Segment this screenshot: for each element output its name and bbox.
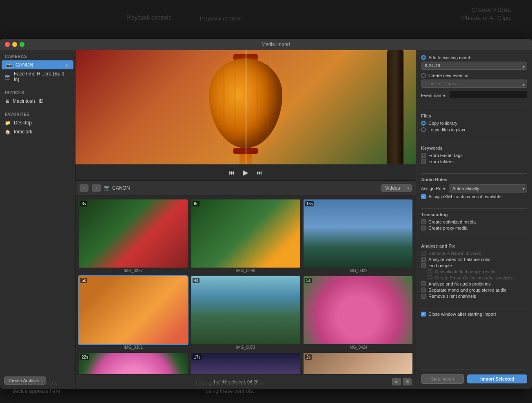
list-item[interactable]: 15s IMG_0322: [304, 199, 412, 273]
sidebar-item-desktop[interactable]: 📁 Desktop: [0, 118, 75, 127]
home-icon: 🏠: [5, 129, 11, 135]
find-people-checkbox[interactable]: [421, 263, 426, 268]
skip-to-end-button[interactable]: ⏭: [257, 169, 262, 176]
sidebar-item-tomclark[interactable]: 🏠 tomclark: [0, 127, 75, 136]
thumbnail-img-0873[interactable]: 4s: [191, 276, 300, 344]
remove-pulldown-checkbox[interactable]: [421, 251, 426, 256]
assign-role-dropdown-wrapper: Automatically Dialog Music Effects: [449, 184, 527, 193]
sidebar-item-canon[interactable]: 📷 CANON ⏏: [2, 60, 73, 69]
event-date-select[interactable]: 8-24-16: [421, 62, 527, 70]
thumbnail-grid: 3s IMG_0297 6s IMG_0298 15s IMG_0322: [75, 195, 416, 374]
breadcrumb-label: CANON: [112, 185, 130, 191]
traffic-lights: [5, 42, 24, 47]
from-folders-label: From folders: [428, 159, 454, 164]
main-window: Media Import CAMERAS 📷 CANON ⏏ 📷 FaceTim…: [0, 39, 532, 389]
assign-ixml-checkbox[interactable]: [421, 194, 426, 199]
close-window-checkbox[interactable]: [421, 312, 426, 317]
eject-icon: ⏏: [65, 63, 69, 67]
import-buttons: Stop Import Import Selected: [421, 370, 527, 384]
add-to-event-radio[interactable]: [421, 55, 426, 60]
create-optimized-checkbox[interactable]: [421, 219, 426, 224]
thumbnail-img-0424[interactable]: 5s: [304, 276, 412, 344]
thumbnail-img-0322[interactable]: 15s: [304, 199, 412, 268]
sidebar-item-label-tomclark: tomclark: [14, 129, 32, 135]
videos-filter-select[interactable]: Videos Photos All Clips: [381, 184, 412, 192]
thumbnail-img-0298[interactable]: 6s: [191, 199, 300, 268]
camera-icon: 📷: [7, 62, 12, 68]
list-item[interactable]: 22s IMG_0453: [79, 353, 188, 374]
leave-in-place-radio[interactable]: [421, 127, 426, 132]
remove-silent-checkbox[interactable]: [421, 294, 426, 299]
assign-role-select[interactable]: Automatically Dialog Music Effects: [449, 184, 527, 193]
facetime-camera-icon: 📷: [5, 74, 11, 80]
close-window-label: Close window after starting import: [428, 312, 496, 317]
drive-icon: 🖥: [5, 99, 9, 104]
thumbnail-img-0829[interactable]: 2s: [304, 353, 412, 374]
right-panel: Add to existing event: 8-24-16 Create ne…: [416, 50, 532, 389]
from-folders-checkbox[interactable]: [421, 159, 426, 164]
assign-role-row: Assign Role: Automatically Dialog Music …: [421, 184, 527, 193]
event-name-input[interactable]: [450, 91, 527, 98]
remove-silent-row: Remove silent channels: [421, 294, 527, 299]
cameras-section-label: CAMERAS: [0, 50, 75, 60]
close-button[interactable]: [5, 42, 10, 47]
library-select[interactable]: "Untitled" library: [421, 80, 527, 88]
maximize-button[interactable]: [20, 42, 24, 47]
separate-mono-checkbox[interactable]: [421, 288, 426, 292]
from-finder-tags-row: From Finder tags: [421, 153, 527, 158]
grid-view-button[interactable]: ⊞: [403, 378, 412, 385]
back-button[interactable]: ‹: [80, 184, 89, 192]
annotation-playback: Playback controls: [200, 16, 242, 22]
analyze-audio-label: Analyze and fix audio problems: [428, 281, 491, 286]
import-selected-button[interactable]: Import Selected: [467, 374, 527, 383]
event-name-row: Event name:: [421, 91, 527, 100]
list-view-button[interactable]: ≡: [392, 378, 401, 385]
thumbnail-label-0873: IMG_0873: [191, 345, 300, 350]
thumbnail-img-0453[interactable]: 22s: [79, 353, 188, 374]
from-folders-row: From folders: [421, 159, 527, 164]
browser-toolbar: ‹ › 📷 CANON Videos Photos All Clips: [75, 181, 416, 195]
stop-import-button[interactable]: Stop Import: [421, 374, 464, 384]
thumbnail-img-0361[interactable]: 5s: [79, 276, 188, 344]
sidebar-item-macintosh[interactable]: 🖥 Macintosh HD: [0, 97, 75, 106]
list-item[interactable]: 5s IMG_0361: [79, 276, 188, 350]
remove-pulldown-label: Remove Pulldown in video: [428, 251, 481, 256]
add-to-event-radio-row: Add to existing event:: [421, 55, 527, 60]
sidebar-item-facetime[interactable]: 📷 FaceTime H...era (Built-in): [0, 69, 75, 84]
list-item[interactable]: 6s IMG_0298: [191, 199, 300, 273]
create-new-event-label: Create new event in:: [428, 73, 470, 78]
analyze-balance-checkbox[interactable]: [421, 257, 426, 262]
remove-silent-label: Remove silent channels: [428, 294, 476, 299]
thumbnail-label-0298: IMG_0298: [191, 268, 300, 273]
thumbnail-duration-0322: 15s: [305, 201, 314, 206]
thumbnail-img-0297[interactable]: 3s: [79, 199, 188, 268]
sidebar-item-label-macintosh: Macintosh HD: [13, 98, 43, 104]
status-bar: 1 of 48 selected, 04:20 ≡ ⊞: [75, 374, 416, 389]
thumbnail-img-0730[interactable]: 17s: [191, 353, 300, 374]
play-button[interactable]: ▶: [243, 168, 248, 177]
sidebar-item-label-canon: CANON: [16, 62, 33, 68]
smart-collections-checkbox[interactable]: [428, 275, 432, 280]
analyze-audio-row: Analyze and fix audio problems: [421, 281, 527, 286]
create-archive-button[interactable]: Create Archive...: [4, 376, 46, 385]
skip-to-start-button[interactable]: ⏮: [229, 169, 235, 176]
list-item[interactable]: 4s IMG_0873: [191, 276, 300, 350]
devices-section-label: DEVICES: [0, 86, 75, 97]
breadcrumb: 📷 CANON: [104, 185, 130, 191]
folder-icon: 📁: [5, 120, 11, 126]
create-new-event-radio[interactable]: [421, 73, 426, 78]
list-item[interactable]: 5s IMG_0424: [304, 276, 412, 350]
list-item[interactable]: 3s IMG_0297: [79, 199, 188, 273]
copy-to-library-radio[interactable]: [421, 121, 426, 126]
thumbnail-duration-0297: 3s: [80, 201, 87, 206]
forward-button[interactable]: ›: [92, 184, 101, 192]
consolidate-checkbox[interactable]: [428, 269, 432, 274]
from-finder-tags-checkbox[interactable]: [421, 153, 426, 158]
list-item[interactable]: 2s IMG_0829: [304, 353, 412, 374]
create-new-event-radio-row: Create new event in:: [421, 73, 527, 78]
analyze-audio-checkbox[interactable]: [421, 281, 426, 286]
consolidate-row: Consolidate find people results: [421, 269, 527, 274]
create-proxy-checkbox[interactable]: [421, 226, 426, 230]
minimize-button[interactable]: [12, 42, 17, 47]
list-item[interactable]: 17s IMG_0730: [191, 353, 300, 374]
